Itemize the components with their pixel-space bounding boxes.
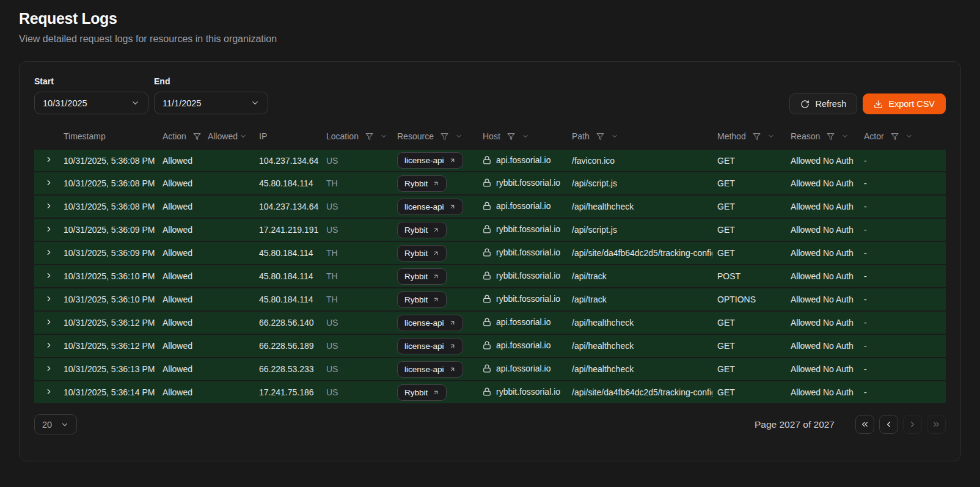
resource-badge[interactable]: license-api: [397, 338, 463, 354]
expand-row-button[interactable]: [45, 341, 53, 350]
expand-row-button[interactable]: [45, 225, 53, 233]
expander-cell: [34, 172, 59, 196]
resource-badge[interactable]: Rybbit: [397, 175, 447, 192]
table-row[interactable]: 10/31/2025, 5:36:09 PM Allowed 45.80.184…: [34, 242, 946, 265]
col-ip: IP: [254, 125, 321, 149]
resource-cell: Rybbit: [392, 381, 478, 405]
expand-row-button[interactable]: [45, 295, 53, 303]
table-row[interactable]: 10/31/2025, 5:36:12 PM Allowed 66.228.56…: [34, 312, 946, 335]
col-ip-label: IP: [259, 131, 267, 141]
path-menu-icon[interactable]: [611, 133, 618, 140]
start-date-select[interactable]: 10/31/2025: [34, 92, 148, 114]
location-cell: US: [321, 196, 392, 219]
resource-name: license-api: [404, 202, 444, 211]
page-info: Page 2027 of 2027: [755, 419, 835, 430]
method-filter-icon[interactable]: [753, 133, 761, 141]
start-date-value: 10/31/2025: [43, 98, 87, 108]
export-csv-button-label: Export CSV: [888, 99, 935, 109]
log-table-body: 10/31/2025, 5:36:08 PM Allowed 104.237.1…: [34, 149, 946, 405]
timestamp-cell: 10/31/2025, 5:36:10 PM: [59, 265, 158, 288]
resource-badge[interactable]: license-api: [397, 152, 463, 169]
location-menu-icon[interactable]: [380, 133, 387, 140]
resource-badge[interactable]: Rybbit: [397, 384, 447, 401]
col-timestamp-label: Timestamp: [64, 131, 106, 141]
resource-badge[interactable]: Rybbit: [397, 245, 447, 262]
page-size-select[interactable]: 20: [34, 414, 77, 434]
resource-name: license-api: [404, 365, 444, 374]
table-row[interactable]: 10/31/2025, 5:36:08 PM Allowed 45.80.184…: [34, 172, 946, 196]
table-header-row: Timestamp Action Allowed IP: [34, 125, 946, 149]
reason-filter-icon[interactable]: [827, 133, 835, 141]
resource-cell: Rybbit: [392, 288, 478, 312]
table-row[interactable]: 10/31/2025, 5:36:08 PM Allowed 104.237.1…: [34, 149, 946, 172]
method-cell: GET: [712, 335, 786, 358]
resource-badge[interactable]: license-api: [397, 315, 463, 331]
table-row[interactable]: 10/31/2025, 5:36:10 PM Allowed 45.80.184…: [34, 288, 946, 312]
resource-badge[interactable]: license-api: [397, 361, 463, 378]
table-row[interactable]: 10/31/2025, 5:36:09 PM Allowed 17.241.21…: [34, 219, 946, 242]
reason-menu-icon[interactable]: [841, 133, 849, 140]
start-date-group: Start 10/31/2025: [34, 76, 148, 114]
reason-cell: Allowed No Auth: [786, 381, 859, 405]
lock-icon: [483, 225, 491, 233]
action-filter-dropdown[interactable]: Allowed: [208, 131, 247, 141]
prev-page-button[interactable]: [879, 415, 898, 434]
host-cell: api.fossorial.io: [478, 312, 567, 335]
resource-badge[interactable]: Rybbit: [397, 268, 447, 285]
actor-cell: -: [859, 312, 946, 335]
path-cell: /api/healthcheck: [567, 196, 712, 219]
timestamp-cell: 10/31/2025, 5:36:08 PM: [59, 149, 158, 172]
host-menu-icon[interactable]: [522, 133, 529, 140]
method-cell: POST: [712, 265, 786, 288]
expand-row-button[interactable]: [45, 318, 53, 326]
expand-row-button[interactable]: [45, 271, 53, 280]
last-page-button[interactable]: [927, 415, 946, 434]
expand-row-button[interactable]: [45, 202, 53, 210]
method-menu-icon[interactable]: [767, 133, 775, 140]
table-row[interactable]: 10/31/2025, 5:36:14 PM Allowed 17.241.75…: [34, 381, 946, 405]
resource-badge[interactable]: Rybbit: [397, 222, 447, 238]
col-reason-label: Reason: [791, 131, 820, 141]
resource-filter-icon[interactable]: [441, 133, 448, 141]
action-filter-icon[interactable]: [193, 133, 201, 141]
resource-cell: Rybbit: [392, 242, 478, 265]
refresh-button[interactable]: Refresh: [789, 93, 857, 114]
actor-filter-icon[interactable]: [891, 133, 899, 141]
first-page-button[interactable]: [855, 415, 874, 434]
actor-menu-icon[interactable]: [905, 133, 913, 140]
export-csv-button[interactable]: Export CSV: [863, 93, 946, 114]
expand-row-button[interactable]: [45, 155, 53, 164]
chevron-right-icon: [45, 271, 53, 280]
expand-row-button[interactable]: [45, 387, 53, 396]
resource-badge[interactable]: Rybbit: [397, 291, 447, 308]
chevron-down-icon: [131, 98, 140, 108]
method-cell: GET: [712, 381, 786, 405]
table-row[interactable]: 10/31/2025, 5:36:08 PM Allowed 104.237.1…: [34, 196, 946, 219]
end-date-select[interactable]: 11/1/2025: [154, 92, 268, 114]
arrow-up-right-icon: [433, 227, 439, 233]
timestamp-cell: 10/31/2025, 5:36:08 PM: [59, 172, 158, 196]
next-page-button[interactable]: [903, 415, 922, 434]
host-name: api.fossorial.io: [496, 155, 551, 165]
table-row[interactable]: 10/31/2025, 5:36:12 PM Allowed 66.228.56…: [34, 335, 946, 358]
reason-cell: Allowed No Auth: [786, 242, 859, 265]
col-path: Path: [567, 125, 712, 149]
chevrons-left-icon: [860, 420, 869, 429]
expand-row-button[interactable]: [45, 178, 53, 187]
expand-row-button[interactable]: [45, 248, 53, 257]
ip-cell: 66.228.56.189: [254, 335, 321, 358]
table-row[interactable]: 10/31/2025, 5:36:10 PM Allowed 45.80.184…: [34, 265, 946, 288]
location-cell: US: [321, 381, 392, 405]
resource-name: Rybbit: [404, 179, 428, 188]
path-filter-icon[interactable]: [596, 133, 604, 141]
location-filter-icon[interactable]: [365, 133, 373, 141]
lock-icon: [483, 341, 491, 350]
resource-menu-icon[interactable]: [455, 133, 463, 140]
expand-row-button[interactable]: [45, 364, 53, 373]
chevron-down-icon: [250, 98, 260, 108]
host-cell: rybbit.fossorial.io: [478, 219, 567, 242]
resource-badge[interactable]: license-api: [397, 199, 463, 215]
host-filter-icon[interactable]: [507, 133, 515, 141]
table-row[interactable]: 10/31/2025, 5:36:13 PM Allowed 66.228.53…: [34, 358, 946, 381]
location-cell: US: [321, 335, 392, 358]
